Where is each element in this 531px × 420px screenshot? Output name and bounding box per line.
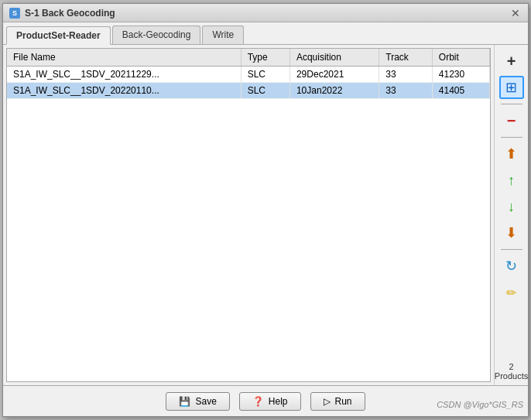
tab-back-geocoding[interactable]: Back-Geocoding xyxy=(112,26,201,44)
clear-button[interactable]: ✏ xyxy=(499,281,524,304)
close-button[interactable]: ✕ xyxy=(509,7,522,19)
cell-acquisition: 29Dec2021 xyxy=(289,67,379,83)
save-button[interactable]: 💾 Save xyxy=(166,392,229,411)
cell-orbit: 41230 xyxy=(432,67,489,83)
separator-2 xyxy=(501,137,522,138)
move-top-button[interactable]: ⬆ xyxy=(499,142,524,166)
tab-bar: ProductSet-Reader Back-Geocoding Write xyxy=(3,22,528,45)
col-filename: File Name xyxy=(7,49,241,67)
table-row[interactable]: S1A_IW_SLC__1SDV_20220110...SLC10Jan2022… xyxy=(7,83,490,99)
cell-type: SLC xyxy=(241,83,289,99)
save-icon: 💾 xyxy=(179,396,190,407)
move-bottom-button[interactable]: ⬇ xyxy=(499,221,524,244)
title-bar: S S-1 Back Geocoding ✕ xyxy=(3,4,528,22)
cell-type: SLC xyxy=(241,67,289,83)
col-orbit: Orbit xyxy=(432,49,489,67)
cell-track: 33 xyxy=(379,83,433,99)
app-icon: S xyxy=(9,8,20,19)
tab-write[interactable]: Write xyxy=(202,26,244,44)
sidebar: + ⊞ − ⬆ ↑ ↓ ⬇ ↻ ✏ 2 Products xyxy=(494,45,528,385)
move-down-button[interactable]: ↓ xyxy=(499,195,524,218)
cell-acquisition: 10Jan2022 xyxy=(289,83,379,99)
run-label: Run xyxy=(335,396,352,407)
col-track: Track xyxy=(379,49,433,67)
col-type: Type xyxy=(241,49,289,67)
run-icon: ▷ xyxy=(324,396,331,407)
refresh-button[interactable]: ↻ xyxy=(499,254,524,278)
add-button[interactable]: + xyxy=(499,50,524,73)
cell-filename: S1A_IW_SLC__1SDV_20211229... xyxy=(7,67,241,83)
remove-button[interactable]: − xyxy=(499,109,524,132)
run-button[interactable]: ▷ Run xyxy=(310,392,365,411)
col-acquisition: Acquisition xyxy=(289,49,379,67)
tab-productset-reader[interactable]: ProductSet-Reader xyxy=(6,26,111,45)
cell-filename: S1A_IW_SLC__1SDV_20220110... xyxy=(7,83,241,99)
window-title: S-1 Back Geocoding xyxy=(25,8,509,19)
move-up-button[interactable]: ↑ xyxy=(499,169,524,192)
help-button[interactable]: ❓ Help xyxy=(239,392,301,411)
help-icon: ❓ xyxy=(252,396,264,407)
separator-3 xyxy=(501,249,522,250)
products-count: 2 Products xyxy=(495,356,528,381)
add-product-button[interactable]: ⊞ xyxy=(499,76,524,99)
table-row[interactable]: S1A_IW_SLC__1SDV_20211229...SLC29Dec2021… xyxy=(7,67,490,83)
help-label: Help xyxy=(269,396,288,407)
main-window: S S-1 Back Geocoding ✕ ProductSet-Reader… xyxy=(2,3,529,417)
table-header-row: File Name Type Acquisition Track Orbit xyxy=(7,49,490,67)
watermark: CSDN @Vigo*GIS_RS xyxy=(437,400,523,409)
save-label: Save xyxy=(195,396,216,407)
cell-orbit: 41405 xyxy=(432,83,489,99)
separator-1 xyxy=(501,104,522,104)
cell-track: 33 xyxy=(379,67,433,83)
content-area: File Name Type Acquisition Track Orbit S… xyxy=(3,45,528,385)
file-table: File Name Type Acquisition Track Orbit S… xyxy=(6,48,491,382)
